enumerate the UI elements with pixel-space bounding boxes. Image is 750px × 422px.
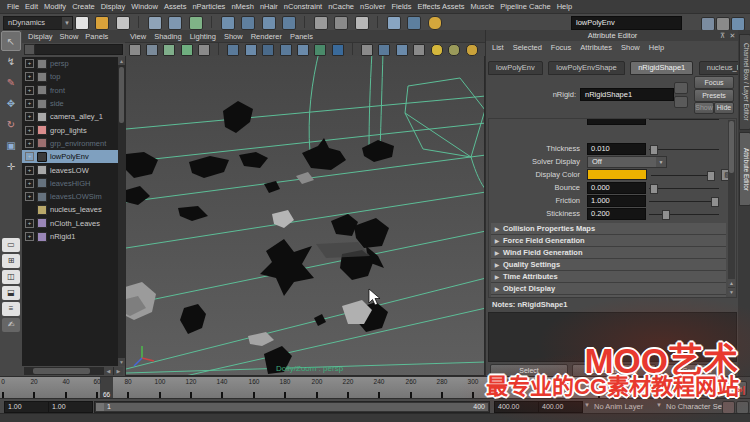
- safe-action-icon[interactable]: [297, 44, 309, 56]
- next-node-icon[interactable]: [674, 96, 688, 108]
- tab-attribute-editor[interactable]: Attribute Editor: [739, 132, 750, 206]
- snap-surface-icon[interactable]: [282, 16, 296, 30]
- outliner-item-leaveslowsim[interactable]: +leavesLOWSim: [22, 190, 118, 203]
- camera-lock-icon[interactable]: [146, 44, 158, 56]
- scroll-up-icon[interactable]: ▲: [728, 279, 735, 287]
- default-light-icon[interactable]: [431, 44, 443, 56]
- selection-name-field[interactable]: lowPolyEnv: [571, 16, 682, 30]
- menu-assets[interactable]: Assets: [161, 2, 190, 11]
- expand-icon[interactable]: +: [25, 192, 34, 201]
- select-tool-button[interactable]: ↖: [1, 31, 21, 51]
- expand-icon[interactable]: +: [25, 232, 34, 241]
- scale-tool-button[interactable]: ▣: [1, 136, 21, 156]
- ae-menu-show[interactable]: Show: [621, 43, 640, 52]
- paint-select-tool-button[interactable]: ✎: [1, 73, 21, 93]
- presets-button[interactable]: Presets: [694, 89, 734, 102]
- save-scene-icon[interactable]: [116, 16, 130, 30]
- menu-modify[interactable]: Modify: [41, 2, 69, 11]
- thickness-slider[interactable]: [649, 144, 719, 154]
- scroll-down-icon[interactable]: ▼: [118, 358, 125, 366]
- friction-input[interactable]: 1.000: [587, 195, 646, 207]
- outliner-item-nucleus-leaves[interactable]: +nucleus_leaves: [22, 203, 118, 216]
- show-button[interactable]: Show: [694, 102, 714, 114]
- expand-icon[interactable]: +: [25, 86, 34, 95]
- expand-icon[interactable]: +: [25, 219, 34, 228]
- outliner-item-nrigid1[interactable]: +nRigid1: [22, 230, 118, 243]
- layout-single-pane-button[interactable]: ▭: [2, 238, 20, 252]
- expand-icon[interactable]: +: [25, 112, 34, 121]
- scroll-down-icon[interactable]: ▼: [728, 288, 735, 296]
- move-tool-button[interactable]: ✥: [1, 94, 21, 114]
- go-to-start-button[interactable]: ⏮: [636, 381, 651, 396]
- ao-icon[interactable]: [466, 44, 478, 56]
- playback-start-field[interactable]: 1.00: [48, 401, 93, 413]
- step-back-button[interactable]: ◀: [668, 381, 683, 396]
- menu-edit[interactable]: Edit: [22, 2, 41, 11]
- character-set-selector[interactable]: No Character Set: [666, 402, 724, 411]
- play-back-button[interactable]: ◁: [684, 381, 699, 396]
- render-settings-icon[interactable]: [428, 16, 442, 30]
- outliner-item-lowpolyenv[interactable]: +lowPolyEnv: [22, 150, 118, 163]
- anim-end-field[interactable]: 400.00: [538, 401, 583, 413]
- menu-nmesh[interactable]: nMesh: [228, 2, 257, 11]
- expand-icon[interactable]: +: [25, 126, 34, 135]
- node-name-field[interactable]: nRigidShape1: [580, 88, 674, 101]
- hide-button[interactable]: Hide: [714, 102, 734, 114]
- shadows-icon[interactable]: [448, 44, 460, 56]
- vp-menu-panels[interactable]: Panels: [290, 32, 313, 41]
- outliner-item-side[interactable]: +side: [22, 97, 118, 110]
- viewport-3d-canvas[interactable]: Dolly/Zoom : persp: [125, 56, 485, 376]
- expand-icon[interactable]: +: [25, 139, 34, 148]
- pin-icon[interactable]: ⊼: [718, 31, 727, 40]
- step-forward-button[interactable]: ▶▶: [716, 381, 731, 396]
- outliner-hscrollbar[interactable]: ◀ ▶: [24, 367, 123, 375]
- outliner-item-grp-environment[interactable]: +grp_environment: [22, 137, 118, 150]
- bookmark-icon[interactable]: [181, 44, 193, 56]
- expand-icon[interactable]: +: [25, 179, 34, 188]
- film-gate-icon[interactable]: [227, 44, 239, 56]
- select-component-icon[interactable]: [189, 16, 203, 30]
- ae-vscrollbar[interactable]: ▲ ▼: [728, 120, 735, 296]
- expand-icon[interactable]: +: [25, 166, 34, 175]
- snap-grid-icon[interactable]: [221, 16, 235, 30]
- focus-button[interactable]: Focus: [694, 76, 734, 89]
- outliner-item-front[interactable]: +front: [22, 84, 118, 97]
- section-object-display[interactable]: ▶Object Display: [491, 283, 726, 295]
- history-output-icon[interactable]: [334, 16, 348, 30]
- time-slider[interactable]: 66 0 20 40 60 80 100 120 140 160 180 200…: [0, 376, 632, 399]
- section-wind-field-generation[interactable]: ▶Wind Field Generation: [491, 247, 726, 259]
- filter-icon[interactable]: [24, 44, 35, 55]
- menu-fields[interactable]: Fields: [388, 2, 414, 11]
- bounce-input[interactable]: 0.000: [587, 182, 646, 194]
- image-plane-icon[interactable]: [163, 44, 175, 56]
- grid-icon[interactable]: [198, 44, 210, 56]
- chevron-down-icon[interactable]: ▼: [584, 402, 590, 408]
- section-collision-properties-maps[interactable]: ▶Collision Properties Maps: [491, 223, 726, 235]
- expand-icon[interactable]: +: [25, 152, 34, 161]
- thickness-input[interactable]: 0.010: [587, 143, 646, 155]
- playback-end-field[interactable]: 400.00: [494, 401, 539, 413]
- section-force-field-generation[interactable]: ▶Force Field Generation: [491, 235, 726, 247]
- play-forward-button[interactable]: ▶: [700, 381, 715, 396]
- command-line[interactable]: [0, 413, 750, 422]
- expand-icon[interactable]: +: [25, 59, 34, 68]
- prev-node-icon[interactable]: [674, 82, 688, 94]
- vp-menu-view[interactable]: View: [130, 32, 146, 41]
- chevron-down-icon[interactable]: ▼: [656, 402, 662, 408]
- tab-nrigidshape1[interactable]: nRigidShape1: [630, 61, 693, 75]
- section-quality-settings[interactable]: ▶Quality Settings: [491, 259, 726, 271]
- workspace-icon-3[interactable]: [731, 17, 745, 31]
- anim-start-field[interactable]: 1.00: [4, 401, 49, 413]
- shaded-icon[interactable]: [378, 44, 390, 56]
- menu-muscle[interactable]: Muscle: [467, 2, 497, 11]
- resolution-gate-icon[interactable]: [245, 44, 257, 56]
- new-scene-icon[interactable]: [75, 16, 89, 30]
- vp-menu-lighting[interactable]: Lighting: [190, 32, 216, 41]
- menu-nhair[interactable]: nHair: [257, 2, 281, 11]
- anim-layer-selector[interactable]: No Anim Layer: [594, 402, 643, 411]
- menu-file[interactable]: File: [4, 2, 22, 11]
- ae-menu-focus[interactable]: Focus: [551, 43, 571, 52]
- textured-icon[interactable]: [396, 44, 408, 56]
- ae-menu-help[interactable]: Help: [649, 43, 664, 52]
- ae-menu-list[interactable]: List: [492, 43, 504, 52]
